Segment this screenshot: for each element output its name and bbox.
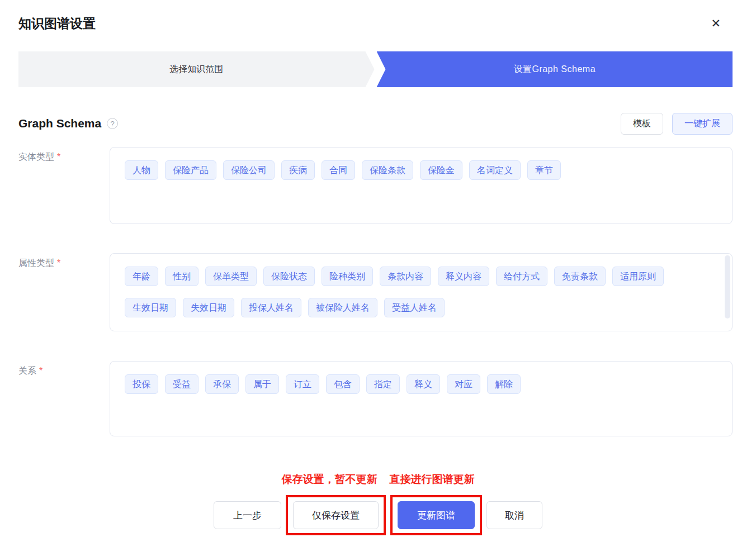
attribute-type-input[interactable]: 年龄性别保单类型保险状态险种类别条款内容释义内容给付方式免责条款适用原则生效日期… — [110, 253, 733, 331]
required-asterisk: * — [57, 258, 60, 268]
schema-tag[interactable]: 失效日期 — [183, 298, 234, 317]
schema-tag[interactable]: 属于 — [245, 374, 279, 394]
schema-tag[interactable]: 对应 — [447, 374, 480, 394]
schema-tag[interactable]: 免责条款 — [554, 267, 606, 286]
schema-tag[interactable]: 释义 — [407, 374, 440, 394]
schema-tag[interactable]: 释义内容 — [438, 267, 489, 286]
schema-actions: 模板 一键扩展 — [621, 113, 733, 135]
required-asterisk: * — [57, 152, 60, 161]
relation-input[interactable]: 投保受益承保属于订立包含指定释义对应解除 — [110, 361, 733, 436]
red-highlight-box-update: 更新图谱 — [390, 495, 482, 535]
entity-type-input[interactable]: 人物保险产品保险公司疾病合同保险条款保险金名词定义章节 — [110, 147, 733, 224]
schema-tag[interactable]: 年龄 — [125, 267, 158, 286]
schema-tag[interactable]: 保险金 — [420, 160, 462, 180]
help-icon[interactable]: ? — [107, 118, 118, 129]
scrollbar-thumb[interactable] — [725, 255, 730, 318]
entity-type-label: 实体类型* — [18, 147, 110, 224]
red-highlight-box-save: 仅保存设置 — [286, 495, 386, 535]
required-asterisk: * — [39, 366, 42, 375]
schema-tag[interactable]: 给付方式 — [496, 267, 547, 286]
schema-tag[interactable]: 投保人姓名 — [241, 298, 301, 317]
save-hint-text: 保存设置，暂不更新 — [282, 472, 377, 487]
attribute-type-row: 属性类型* 年龄性别保单类型保险状态险种类别条款内容释义内容给付方式免责条款适用… — [18, 253, 733, 331]
schema-tag[interactable]: 受益人姓名 — [384, 298, 445, 317]
schema-heading: Graph Schema — [18, 117, 101, 130]
schema-tag[interactable]: 保险产品 — [165, 160, 216, 180]
schema-tag[interactable]: 性别 — [165, 267, 199, 286]
previous-step-button[interactable]: 上一步 — [214, 501, 281, 529]
annotation-hints: 保存设置，暂不更新 直接进行图谱更新 — [0, 472, 756, 487]
step-set-graph-schema[interactable]: 设置Graph Schema — [377, 51, 733, 87]
schema-tag[interactable]: 保险条款 — [362, 160, 413, 180]
one-click-expand-button[interactable]: 一键扩展 — [672, 113, 733, 135]
update-hint-text: 直接进行图谱更新 — [390, 472, 475, 487]
schema-tag[interactable]: 投保 — [125, 374, 158, 394]
schema-tag[interactable]: 生效日期 — [125, 298, 176, 317]
schema-tag[interactable]: 包含 — [326, 374, 360, 394]
schema-tag[interactable]: 指定 — [366, 374, 400, 394]
schema-tag[interactable]: 条款内容 — [380, 267, 431, 286]
schema-tag[interactable]: 被保险人姓名 — [308, 298, 377, 317]
schema-tag[interactable]: 解除 — [487, 374, 521, 394]
step-bar: 选择知识范围 设置Graph Schema — [18, 51, 733, 87]
update-graph-button[interactable]: 更新图谱 — [398, 501, 475, 529]
schema-tag[interactable]: 保单类型 — [205, 267, 257, 286]
schema-tag[interactable]: 名词定义 — [469, 160, 521, 180]
attribute-type-label: 属性类型* — [18, 253, 110, 331]
schema-tag[interactable]: 人物 — [125, 160, 158, 180]
schema-tag[interactable]: 险种类别 — [322, 267, 373, 286]
schema-tag[interactable]: 疾病 — [281, 160, 315, 180]
page-title: 知识图谱设置 — [18, 15, 96, 32]
dialog-header: 知识图谱设置 ✕ — [0, 0, 756, 32]
save-settings-only-button[interactable]: 仅保存设置 — [293, 501, 379, 529]
schema-tag[interactable]: 保险公司 — [223, 160, 275, 180]
schema-tag[interactable]: 合同 — [322, 160, 355, 180]
relation-label: 关系* — [18, 361, 110, 436]
step-label: 选择知识范围 — [169, 64, 223, 75]
relation-row: 关系* 投保受益承保属于订立包含指定释义对应解除 — [18, 361, 733, 436]
schema-tag[interactable]: 订立 — [286, 374, 319, 394]
schema-tag[interactable]: 承保 — [205, 374, 239, 394]
schema-tag[interactable]: 保险状态 — [263, 267, 315, 286]
cancel-button[interactable]: 取消 — [486, 501, 542, 529]
schema-tag[interactable]: 适用原则 — [612, 267, 664, 286]
entity-type-row: 实体类型* 人物保险产品保险公司疾病合同保险条款保险金名词定义章节 — [18, 147, 733, 224]
schema-heading-row: Graph Schema ? 模板 一键扩展 — [18, 113, 733, 134]
close-icon[interactable]: ✕ — [707, 16, 724, 31]
template-button[interactable]: 模板 — [621, 113, 663, 135]
schema-tag[interactable]: 受益 — [165, 374, 199, 394]
step-select-scope[interactable]: 选择知识范围 — [18, 51, 375, 87]
step-label: 设置Graph Schema — [513, 64, 596, 75]
footer-button-row: 上一步 仅保存设置 更新图谱 取消 — [0, 495, 756, 535]
schema-tag[interactable]: 章节 — [527, 160, 561, 180]
